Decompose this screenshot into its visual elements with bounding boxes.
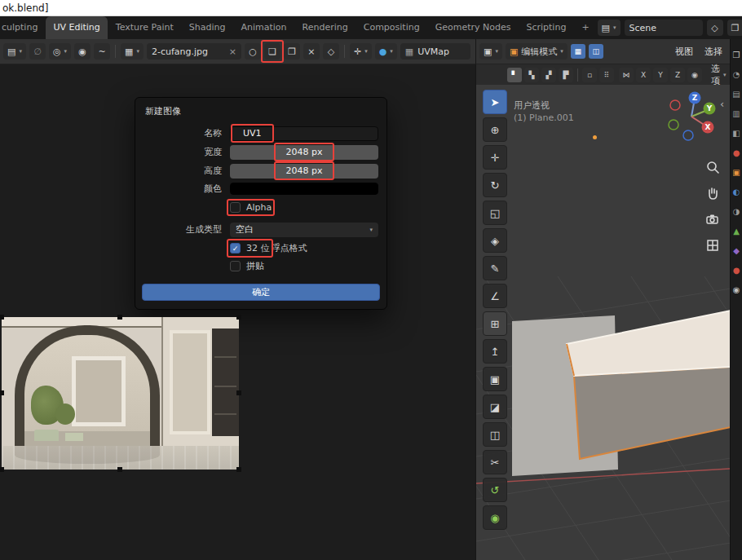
tab-animation[interactable]: Animation [233,16,294,39]
properties-tab[interactable]: ▥ [732,109,740,119]
select-mode-vertex[interactable]: ▘ [507,68,522,82]
tab-shading[interactable]: Shading [182,16,233,39]
mirror-z-button[interactable]: Z [670,68,685,82]
alpha-checkbox-group[interactable]: Alpha [230,202,272,213]
color-swatch[interactable] [230,183,378,195]
properties-tab-object[interactable]: ▣ [732,168,740,178]
pin-icon[interactable]: ◇ [707,20,723,36]
overlays-dropdown[interactable]: ● ▾ [375,43,397,60]
pan-hand-icon[interactable] [705,186,720,201]
open-image-button[interactable]: ❐ [284,43,300,60]
pin-icon[interactable]: ◇ [323,43,339,60]
viewport-canvas[interactable]: 用户透视 (1) Plane.001 ‹ ➤ ⊕ ✛ ↻ ◱ ◈ ✎ ∠ ⊞ ↥… [475,85,730,560]
tab-geometry-nodes[interactable]: Geometry Nodes [428,16,519,39]
smooth-tool[interactable]: ◉ [483,505,507,530]
add-workspace-button[interactable]: + [574,16,596,39]
properties-tab-world[interactable]: ● [733,148,740,158]
ok-button[interactable]: 确定 [142,284,380,301]
properties-tab-material[interactable]: ● [733,266,740,276]
sidebar-collapse-arrow[interactable]: ‹ [720,98,724,110]
properties-tab[interactable]: ❐ [733,51,740,60]
generated-type-dropdown[interactable]: 空白 ▾ [230,223,378,237]
tab-uv-editing[interactable]: UV Editing [46,16,107,39]
select-menu[interactable]: 选择 [700,46,727,58]
select-mode-edge[interactable]: ▚ [524,68,539,82]
scale-tool[interactable]: ◱ [483,201,507,225]
cursor-tool[interactable]: ⊕ [483,117,507,142]
annotate-tool[interactable]: ✎ [483,256,507,280]
camera-view-icon[interactable] [705,212,720,227]
gizmos-dropdown[interactable]: ✛ ▾ [350,43,372,60]
height-input[interactable]: 2048 px [230,164,378,179]
uv-sync-toggle[interactable]: ▦ [571,44,585,59]
selection-handle[interactable] [0,315,4,320]
properties-tab[interactable]: ◉ [733,285,740,295]
editor-type-button[interactable]: ▣ ▾ [479,43,502,60]
snap-dots-button[interactable]: ⠿ [599,68,614,82]
add-cube-tool[interactable]: ⊞ [483,311,507,336]
move-tool[interactable]: ✛ [483,145,507,170]
properties-tab-modifiers[interactable]: ◐ [733,187,740,197]
selection-handle[interactable] [236,315,241,320]
alpha-checkbox[interactable] [230,202,241,213]
falloff-curve-icon[interactable]: ~ [94,43,110,60]
properties-tab-data[interactable]: ▲ [733,227,740,236]
mirror-icon[interactable]: ⋈ [619,68,634,82]
tweak-select-tool[interactable]: ➤ [483,90,507,114]
name-input[interactable]: UV1 [230,126,378,141]
fake-user-icon[interactable]: ○ [245,43,261,60]
extrude-region-tool[interactable]: ↥ [483,339,507,364]
unlink-image-button[interactable]: × [303,43,320,60]
selection-handle[interactable] [236,390,241,395]
inset-faces-tool[interactable]: ▣ [483,367,507,391]
selection-handle[interactable] [117,467,122,472]
navigation-gizmo[interactable]: Z Y X [665,90,718,142]
tab-texture-paint[interactable]: Texture Paint [108,16,181,39]
properties-tab[interactable]: ◧ [732,129,740,139]
uvmap-selector[interactable]: ▦ UVMap [400,43,470,60]
float-checkbox[interactable] [230,243,241,254]
mode-selector[interactable]: ▣ 编辑模式 ▾ [506,43,568,60]
proportional-edit-icon[interactable]: ◉ [74,43,91,60]
select-mode-island[interactable]: ▛ [559,68,573,82]
uv-reference-image[interactable] [2,317,239,470]
mirror-y-button[interactable]: Y [653,68,668,82]
tab-scripting[interactable]: Scripting [519,16,573,39]
properties-tab[interactable]: ◔ [733,70,740,80]
properties-tab[interactable]: ◑ [733,207,740,217]
tab-compositing[interactable]: Compositing [356,16,427,39]
tab-rendering[interactable]: Rendering [295,16,356,39]
properties-tab[interactable]: ▤ [732,90,740,99]
xray-toggle[interactable]: ◫ [589,44,603,59]
pivot-point-button[interactable]: ◎ ▾ [49,43,71,60]
tiled-checkbox-group[interactable]: 拼贴 [230,260,264,272]
selection-handle[interactable] [0,467,4,472]
new-image-button[interactable]: ❏ [264,43,280,60]
knife-tool[interactable]: ✂ [483,450,507,474]
mirror-x-button[interactable]: X [636,68,651,82]
view-menu[interactable]: 视图 [671,46,697,58]
spin-tool[interactable]: ↺ [483,478,507,502]
broken-link-icon[interactable]: ∅ [29,43,46,60]
selection-handle[interactable] [236,467,241,472]
grid-ortho-icon[interactable] [705,238,720,253]
overlay-toggle-button[interactable]: ▫ [582,68,597,82]
proportional-edit-icon[interactable]: ◉ [687,68,702,82]
image-name-field[interactable]: 2-cufang.jpg × [147,43,241,60]
editor-type-button[interactable]: ▤ ▾ [3,43,26,60]
transform-tool[interactable]: ◈ [483,228,507,253]
selection-handle[interactable] [117,315,122,320]
zoom-icon[interactable] [705,160,720,174]
close-icon[interactable]: × [229,46,236,57]
selection-handle[interactable] [0,390,4,395]
uv-editor-canvas[interactable]: 新建图像 名称 UV1 宽度 2048 px 高度 2048 px 颜色 Alp… [0,64,475,560]
view-layer-selector[interactable]: ▤ ▾ [598,20,621,36]
properties-tab-physics[interactable]: ◆ [733,246,740,256]
width-input[interactable]: 2048 px [230,145,378,160]
new-window-icon[interactable]: ❐ [727,20,742,36]
bevel-tool[interactable]: ◪ [483,395,507,419]
options-dropdown[interactable]: 选项 ▾ [707,67,731,83]
tiled-checkbox[interactable] [230,261,241,271]
rotate-tool[interactable]: ↻ [483,173,507,197]
tab-sculpting[interactable]: culpting [0,16,45,39]
